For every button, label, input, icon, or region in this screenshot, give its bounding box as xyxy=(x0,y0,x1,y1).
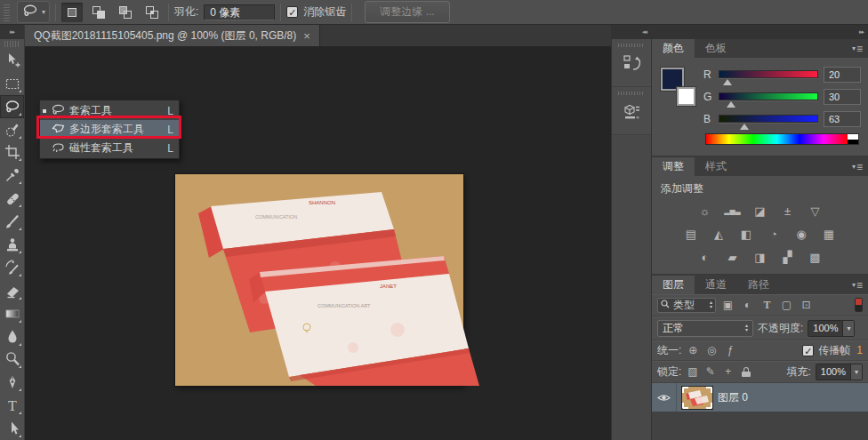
tools-panel-grip[interactable] xyxy=(4,41,20,47)
tool-preset-picker[interactable]: ▾ xyxy=(17,1,50,23)
red-slider[interactable] xyxy=(719,70,818,78)
gradient-map-icon[interactable]: ▞ xyxy=(778,250,798,265)
lock-pixels-icon[interactable]: ✎ xyxy=(703,365,717,378)
clone-stamp-tool-button[interactable] xyxy=(0,233,24,256)
chevron-down-icon[interactable]: ▾ xyxy=(842,321,854,336)
red-value-field[interactable]: 20 xyxy=(824,67,861,83)
blue-slider-thumb[interactable] xyxy=(740,124,749,130)
history-brush-tool-button[interactable] xyxy=(0,256,24,279)
green-value-field[interactable]: 30 xyxy=(824,89,861,105)
horizontal-type-tool-button[interactable]: T xyxy=(0,394,24,417)
red-slider-thumb[interactable] xyxy=(723,79,732,85)
background-color-swatch[interactable] xyxy=(677,87,695,106)
eraser-tool-button[interactable] xyxy=(0,279,24,302)
menu-item-polygonal-lasso[interactable]: 多边形套索工具 L xyxy=(40,120,179,139)
type-layer-filter-icon[interactable]: T xyxy=(760,299,775,312)
document-tab[interactable]: QQ截图20181115105405.png @ 100% (图层 0, RGB… xyxy=(25,25,320,46)
selective-color-icon[interactable]: ▩ xyxy=(806,250,825,265)
unify-effects-icon[interactable]: ƒ xyxy=(723,344,737,356)
shape-layer-filter-icon[interactable]: ▢ xyxy=(779,299,794,311)
feather-input[interactable]: 0 像素 xyxy=(204,4,275,20)
photo-filter-icon[interactable]: ◔ xyxy=(764,227,784,242)
new-selection-button[interactable] xyxy=(61,3,83,22)
black-white-icon[interactable]: ◧ xyxy=(736,227,756,242)
invert-icon[interactable]: ◐ xyxy=(695,250,715,265)
tab-layers[interactable]: 图层 xyxy=(652,276,695,294)
refine-edge-button[interactable]: 调整边缘 ... xyxy=(365,1,449,23)
lock-position-icon[interactable]: + xyxy=(721,365,735,378)
lock-all-icon[interactable] xyxy=(742,367,751,377)
intersect-selection-button[interactable] xyxy=(141,3,163,22)
panel-menu-button[interactable]: ▾≡ xyxy=(852,157,868,176)
layer-row-0[interactable]: 图层 0 xyxy=(652,383,868,412)
posterize-icon[interactable]: ▰ xyxy=(723,250,743,265)
unify-visibility-icon[interactable]: ◎ xyxy=(704,344,719,356)
color-balance-icon[interactable]: ◭ xyxy=(709,227,728,242)
path-selection-tool-button[interactable] xyxy=(0,417,24,440)
tab-paths[interactable]: 路径 xyxy=(737,276,780,294)
pasteboard[interactable]: SHANNON COMMUNICATION JANET COMMUNICATIO… xyxy=(25,46,611,440)
chevron-down-icon[interactable]: ▾ xyxy=(850,364,862,380)
layer-visibility-toggle[interactable] xyxy=(652,383,677,412)
channel-mixer-icon[interactable]: ◉ xyxy=(792,227,811,242)
dodge-tool-button[interactable] xyxy=(0,348,24,372)
black-swatch[interactable] xyxy=(848,140,858,145)
vibrance-icon[interactable]: ▽ xyxy=(806,204,825,219)
layer-thumbnail[interactable] xyxy=(682,387,712,409)
tab-swatches[interactable]: 色板 xyxy=(695,39,737,58)
pen-tool-button[interactable] xyxy=(0,371,24,394)
menu-item-magnetic-lasso[interactable]: 磁性套索工具 L xyxy=(40,139,179,157)
curves-icon[interactable]: ◪ xyxy=(751,204,770,219)
blend-mode-dropdown[interactable]: 正常 ▴▾ xyxy=(657,320,753,337)
subtract-from-selection-button[interactable] xyxy=(115,3,136,22)
panel-menu-button[interactable]: ▾≡ xyxy=(852,39,868,58)
unify-position-icon[interactable]: ⊕ xyxy=(686,344,700,356)
blur-tool-button[interactable] xyxy=(0,325,24,348)
levels-icon[interactable]: ▂▅▃ xyxy=(723,204,743,219)
history-panel-button[interactable] xyxy=(612,39,651,87)
green-slider[interactable] xyxy=(719,92,818,100)
quick-selection-tool-button[interactable] xyxy=(0,118,24,141)
eyedropper-tool-button[interactable] xyxy=(0,164,24,187)
tab-channels[interactable]: 通道 xyxy=(695,276,737,294)
lock-transparency-icon[interactable]: ▨ xyxy=(686,365,699,378)
exposure-icon[interactable]: ± xyxy=(778,204,798,219)
green-slider-thumb[interactable] xyxy=(727,101,735,108)
canvas-image[interactable]: SHANNON COMMUNICATION JANET COMMUNICATIO… xyxy=(175,174,463,386)
propagate-frame-checkbox[interactable]: ✓ xyxy=(802,345,814,356)
fill-field[interactable]: 100% ▾ xyxy=(816,364,863,380)
rectangular-marquee-tool-button[interactable] xyxy=(0,72,24,95)
hue-saturation-icon[interactable]: ▤ xyxy=(681,227,701,242)
threshold-icon[interactable]: ◨ xyxy=(751,250,770,265)
lasso-tool-button[interactable] xyxy=(0,95,24,118)
blue-slider[interactable] xyxy=(719,115,818,123)
blue-value-field[interactable]: 63 xyxy=(824,111,861,127)
layer-filter-toggle[interactable] xyxy=(855,298,863,312)
color-lookup-icon[interactable]: ▦ xyxy=(819,227,839,242)
layer-name[interactable]: 图层 0 xyxy=(718,383,748,412)
move-tool-button[interactable] xyxy=(0,49,24,72)
gradient-tool-button[interactable] xyxy=(0,302,24,325)
pixel-layer-filter-icon[interactable]: ▣ xyxy=(720,299,735,311)
opacity-field[interactable]: 100% ▾ xyxy=(808,320,855,337)
tab-adjustments[interactable]: 调整 xyxy=(652,157,695,176)
brush-tool-button[interactable] xyxy=(0,210,24,233)
color-spectrum-ramp[interactable] xyxy=(705,133,859,145)
brightness-contrast-icon[interactable]: ☼ xyxy=(695,204,715,219)
spot-healing-brush-tool-button[interactable] xyxy=(0,187,24,210)
options-bar-grip[interactable] xyxy=(4,4,10,21)
menu-item-lasso[interactable]: 套索工具 L xyxy=(40,101,179,120)
tab-styles[interactable]: 样式 xyxy=(695,157,737,176)
close-tab-icon[interactable]: × xyxy=(303,29,310,43)
properties-panel-button[interactable] xyxy=(612,87,651,135)
filter-type-dropdown[interactable]: 类型 ▴▾ xyxy=(657,298,716,313)
crop-tool-button[interactable] xyxy=(0,141,24,164)
adjustment-layer-filter-icon[interactable]: ◐ xyxy=(740,299,755,311)
panel-menu-button[interactable]: ▾≡ xyxy=(852,276,868,294)
antialias-checkbox[interactable]: ✓ xyxy=(286,6,298,18)
tools-panel-expand-button[interactable]: ▸▸ xyxy=(0,25,24,39)
add-to-selection-button[interactable] xyxy=(88,3,109,22)
dock-collapse-button[interactable]: ▸▸ xyxy=(652,25,868,39)
smart-object-filter-icon[interactable]: ⊡ xyxy=(799,299,814,311)
dock-strip-expand-button[interactable]: ◂◂ xyxy=(612,25,651,39)
